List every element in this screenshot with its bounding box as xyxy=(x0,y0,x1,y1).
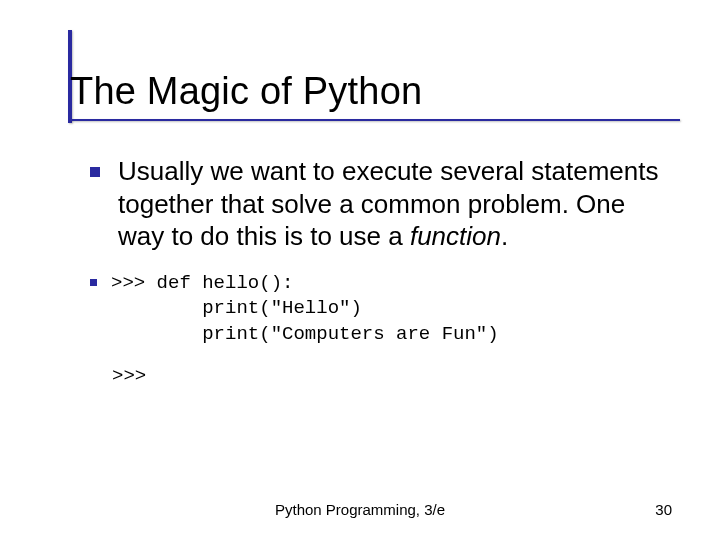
page-number: 30 xyxy=(655,501,672,518)
code-prompt: >>> xyxy=(112,365,675,387)
title-area: The Magic of Python xyxy=(70,70,680,121)
code-line: >>> def hello(): xyxy=(111,272,293,294)
slide: The Magic of Python Usually we want to e… xyxy=(0,0,720,540)
code-block: >>> def hello(): print("Hello") print("C… xyxy=(111,271,499,348)
bullet-item-code: >>> def hello(): print("Hello") print("C… xyxy=(90,271,675,348)
bullet-text-plain: Usually we want to execute several state… xyxy=(118,156,658,251)
code-line: print("Computers are Fun") xyxy=(111,323,499,345)
footer-center: Python Programming, 3/e xyxy=(0,501,720,518)
bullet-square-icon xyxy=(90,167,100,177)
bullet-text: Usually we want to execute several state… xyxy=(118,155,675,253)
slide-title: The Magic of Python xyxy=(70,70,680,113)
bullet-square-icon xyxy=(90,279,97,286)
slide-body: Usually we want to execute several state… xyxy=(90,155,675,387)
title-underline xyxy=(70,119,680,121)
code-line: print("Hello") xyxy=(111,297,362,319)
bullet-item: Usually we want to execute several state… xyxy=(90,155,675,253)
bullet-text-italic: function xyxy=(410,221,501,251)
bullet-text-after: . xyxy=(501,221,508,251)
